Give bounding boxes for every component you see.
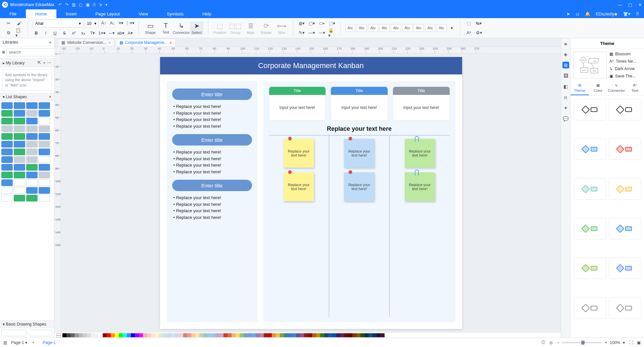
color-swatch[interactable] xyxy=(103,333,107,337)
basic-shape-item[interactable] xyxy=(1,330,27,336)
color-swatch[interactable] xyxy=(364,333,368,337)
target-icon[interactable]: ◎ xyxy=(549,340,553,345)
library-more-icon[interactable]: ⋯ xyxy=(47,60,51,65)
shape-item[interactable] xyxy=(39,172,50,178)
bullet-text[interactable]: Replace your text here! xyxy=(174,116,252,123)
apparel-icon[interactable]: 👕▾ xyxy=(623,11,631,16)
select-all-icon[interactable]: ⬚ xyxy=(465,20,473,27)
zoom-out-icon[interactable]: − xyxy=(557,340,559,345)
minimize-icon[interactable]: — xyxy=(618,2,622,7)
color-swatch[interactable] xyxy=(119,333,123,337)
libraries-collapse-icon[interactable]: « xyxy=(49,40,51,45)
menu-file[interactable]: File xyxy=(0,9,26,18)
color-swatch[interactable] xyxy=(232,333,236,337)
close-icon[interactable]: ✕ xyxy=(638,2,642,7)
theme-item[interactable] xyxy=(574,218,606,239)
shape-item[interactable] xyxy=(39,187,50,194)
theme-tab-text[interactable]: AᵃText xyxy=(626,81,644,95)
color-swatch[interactable] xyxy=(228,333,232,337)
font-a-icon[interactable]: Aᵃ xyxy=(465,29,473,37)
shape-item[interactable] xyxy=(26,156,38,163)
undo-icon[interactable]: ↶ xyxy=(58,2,62,7)
color-swatch[interactable] xyxy=(320,333,324,337)
sticky-note[interactable]: Replace your text here! xyxy=(405,172,435,201)
bullet-text[interactable]: Replace your text here! xyxy=(174,123,252,130)
shape-item[interactable] xyxy=(1,141,13,148)
qs-4[interactable]: Abc xyxy=(380,24,390,32)
user-label[interactable]: EDszeoly◆ xyxy=(596,11,617,16)
pen-icon[interactable]: ✎▾ xyxy=(298,29,305,37)
maximize-icon[interactable]: ▢ xyxy=(628,2,632,7)
color-swatch[interactable] xyxy=(199,333,203,337)
outline-panel-icon[interactable]: ⧈ xyxy=(562,94,569,101)
send-icon[interactable]: ➤ xyxy=(566,11,570,16)
color-swatch[interactable] xyxy=(107,333,111,337)
shape-item[interactable] xyxy=(1,149,13,155)
color-swatch[interactable] xyxy=(127,333,131,337)
card-body[interactable]: Input your text here! xyxy=(331,95,388,120)
library-add-icon[interactable]: ＋ xyxy=(42,60,46,65)
size-tool[interactable]: ⟷Size xyxy=(275,21,288,35)
color-swatch[interactable] xyxy=(312,333,316,337)
bullet-text[interactable]: Replace your text here! xyxy=(174,103,252,110)
color-swatch[interactable] xyxy=(268,333,272,337)
title-card-2[interactable]: TitleInput your text here! xyxy=(331,86,388,121)
replace-icon[interactable]: ↹▾ xyxy=(475,20,483,27)
page-tab-1[interactable]: Page-1 xyxy=(39,340,59,346)
format-painter-icon[interactable]: 🖌 xyxy=(15,20,23,27)
shape-item[interactable] xyxy=(1,125,13,132)
theme-panel-icon[interactable]: ⊞ xyxy=(562,62,569,68)
color-swatch[interactable] xyxy=(260,333,264,337)
shape-item[interactable] xyxy=(1,110,13,117)
color-swatch[interactable] xyxy=(87,333,91,337)
color-swatch[interactable] xyxy=(316,333,320,337)
shape-item[interactable] xyxy=(14,187,25,194)
shape-item[interactable] xyxy=(39,164,50,171)
shape-item[interactable] xyxy=(1,102,13,109)
theme-tab-connector[interactable]: ↳Connector xyxy=(607,81,626,95)
color-swatch[interactable] xyxy=(292,333,296,337)
shape-item[interactable] xyxy=(1,187,13,194)
color-swatch[interactable] xyxy=(328,333,332,337)
card-body[interactable]: Input your text here! xyxy=(393,95,450,120)
color-swatch[interactable] xyxy=(280,333,284,337)
shape-item[interactable] xyxy=(39,118,50,124)
color-swatch[interactable] xyxy=(159,333,163,337)
shape-item[interactable] xyxy=(14,125,25,132)
color-swatch[interactable] xyxy=(91,333,95,337)
color-swatch[interactable] xyxy=(296,333,300,337)
shape-item[interactable] xyxy=(39,133,50,140)
menu-help[interactable]: Help xyxy=(193,9,221,18)
theme-opt-save[interactable]: ▣Save The... xyxy=(609,74,641,78)
canvas[interactable]: Corporate Management Kanban Enter title … xyxy=(61,54,561,332)
color-swatch[interactable] xyxy=(348,333,352,337)
random-panel-icon[interactable]: ✶ xyxy=(562,105,569,111)
bullets-icon[interactable]: ⋮≡▾ xyxy=(126,19,134,27)
shape-item[interactable] xyxy=(1,195,13,201)
image-panel-icon[interactable]: 🖼 xyxy=(562,72,569,79)
fit-icon[interactable]: ⛶ xyxy=(629,340,633,345)
basic-shape-item[interactable] xyxy=(28,330,53,336)
bullet-text[interactable]: Replace your text here! xyxy=(174,201,252,208)
rotate-tool[interactable]: ⟳Rotate xyxy=(259,21,273,35)
color-swatch[interactable] xyxy=(135,333,139,337)
share-icon[interactable]: ⚏ xyxy=(576,11,580,16)
shape-item[interactable] xyxy=(14,133,25,140)
shape-item[interactable] xyxy=(26,164,38,171)
menu-view[interactable]: View xyxy=(129,9,157,18)
color-swatch[interactable] xyxy=(163,333,167,337)
shape-item[interactable] xyxy=(39,156,50,163)
shape-item[interactable] xyxy=(26,179,38,186)
font-combo[interactable]: Arial▾ xyxy=(33,19,83,27)
color-swatch[interactable] xyxy=(360,333,364,337)
shape-item[interactable] xyxy=(1,118,13,124)
doc-title[interactable]: Corporate Management Kanban xyxy=(160,57,462,74)
menu-insert[interactable]: Insert xyxy=(56,9,86,18)
color-swatch[interactable] xyxy=(272,333,276,337)
color-swatch[interactable] xyxy=(171,333,175,337)
shape-item[interactable] xyxy=(39,149,50,155)
bullet-text[interactable]: Replace your text here! xyxy=(174,156,252,162)
color-swatch[interactable] xyxy=(191,333,195,337)
shape-item[interactable] xyxy=(14,195,25,201)
color-swatch[interactable] xyxy=(240,333,244,337)
